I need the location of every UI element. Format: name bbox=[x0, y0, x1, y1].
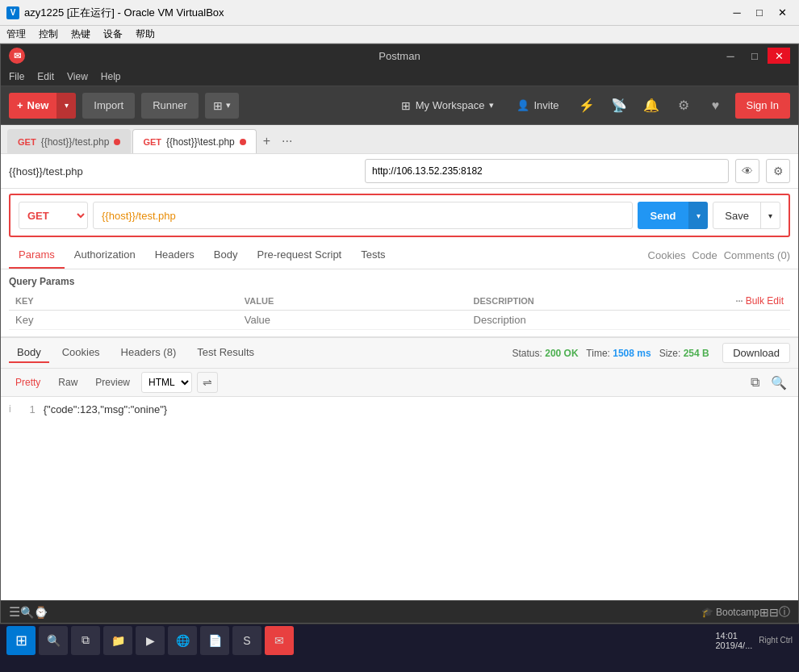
req-tab-tests[interactable]: Tests bbox=[351, 242, 395, 269]
pretty-view-button[interactable]: Pretty bbox=[9, 374, 47, 390]
workspace-grid-icon: ⊞ bbox=[401, 99, 411, 112]
url-input[interactable] bbox=[93, 202, 633, 229]
workspace-arrow-icon: ▾ bbox=[489, 100, 494, 111]
vm-minimize-button[interactable]: ─ bbox=[726, 5, 747, 21]
tab-1-method: GET bbox=[143, 137, 161, 147]
req-tab-params[interactable]: Params bbox=[9, 242, 65, 269]
sign-in-button[interactable]: Sign In bbox=[735, 93, 790, 119]
send-button[interactable]: Send ▾ bbox=[638, 202, 709, 229]
add-tab-button[interactable]: + bbox=[258, 129, 275, 153]
info-button[interactable]: ⓘ bbox=[779, 605, 790, 620]
workspace-button[interactable]: ⊞ My Workspace ▾ bbox=[393, 93, 503, 119]
sidebar-toggle-button[interactable]: ☰ bbox=[9, 604, 20, 620]
vm-menu-manage[interactable]: 管理 bbox=[6, 27, 26, 41]
request-tabs: Params Authorization Headers Body Pre-re… bbox=[1, 242, 798, 269]
notification-icon-button[interactable]: 🔔 bbox=[638, 93, 664, 119]
status-label: Status: bbox=[512, 348, 542, 359]
save-button[interactable]: Save ▾ bbox=[713, 202, 780, 229]
search-status-button[interactable]: 🔍 bbox=[20, 606, 34, 619]
runner-button[interactable]: Runner bbox=[141, 93, 199, 119]
menu-edit[interactable]: Edit bbox=[37, 71, 54, 82]
satellite-icon-button[interactable]: 📡 bbox=[606, 93, 632, 119]
more-tabs-button[interactable]: ··· bbox=[277, 129, 297, 153]
tab-1-dirty-indicator bbox=[240, 139, 246, 145]
resp-tab-test-results[interactable]: Test Results bbox=[189, 343, 262, 363]
menu-help[interactable]: Help bbox=[101, 71, 121, 82]
key-input[interactable] bbox=[15, 314, 232, 326]
vm-maximize-button[interactable]: □ bbox=[749, 5, 770, 21]
postman-minimize-button[interactable]: ─ bbox=[719, 48, 742, 64]
wrap-button[interactable]: ⇌ bbox=[197, 372, 218, 393]
resp-tab-headers[interactable]: Headers (8) bbox=[113, 343, 185, 363]
req-tab-pre-request[interactable]: Pre-request Script bbox=[247, 242, 351, 269]
format-select[interactable]: HTML JSON XML Text bbox=[141, 372, 192, 393]
preview-view-button[interactable]: Preview bbox=[89, 374, 136, 390]
taskbar-docs-button[interactable]: 📄 bbox=[200, 626, 229, 655]
vm-menu-help[interactable]: 帮助 bbox=[136, 27, 155, 41]
taskbar-postman-button[interactable]: ✉ bbox=[265, 626, 294, 655]
code-area: i 1 {"code":123,"msg":"onine"} bbox=[1, 397, 798, 600]
taskbar-search-button[interactable]: 🔍 bbox=[39, 626, 68, 655]
import-button[interactable]: Import bbox=[82, 93, 135, 119]
raw-view-button[interactable]: Raw bbox=[52, 374, 84, 390]
collection-button[interactable]: ⊞ ▾ bbox=[205, 93, 239, 119]
send-button-arrow[interactable]: ▾ bbox=[688, 202, 708, 229]
request-right-links: Cookies Code Comments (0) bbox=[648, 249, 790, 261]
new-button-label: + New bbox=[9, 99, 56, 111]
lightning-icon-button[interactable]: ⚡ bbox=[574, 93, 600, 119]
req-tab-body[interactable]: Body bbox=[204, 242, 248, 269]
time-value: 1508 ms bbox=[613, 348, 650, 359]
search-button[interactable]: 🔍 bbox=[768, 374, 790, 392]
req-tab-authorization[interactable]: Authorization bbox=[65, 242, 145, 269]
postman-content: GET {{host}}/test.php GET {{host}}\test.… bbox=[1, 125, 798, 600]
resp-tab-body[interactable]: Body bbox=[9, 343, 49, 363]
download-button[interactable]: Download bbox=[722, 343, 790, 363]
postman-maximize-button[interactable]: □ bbox=[743, 48, 766, 64]
vm-close-button[interactable]: ✕ bbox=[772, 5, 793, 21]
value-input[interactable] bbox=[245, 314, 461, 326]
bulk-edit-button[interactable]: Bulk Edit bbox=[746, 295, 784, 307]
start-button[interactable]: ⊞ bbox=[6, 626, 36, 655]
address-url-input[interactable] bbox=[365, 159, 729, 183]
new-button[interactable]: + New ▾ bbox=[9, 93, 76, 119]
history-button[interactable]: ⌚ bbox=[34, 606, 48, 619]
menu-view[interactable]: View bbox=[67, 71, 88, 82]
workspace-label: My Workspace bbox=[416, 99, 485, 111]
postman-close-button[interactable]: ✕ bbox=[768, 48, 790, 64]
resp-tab-cookies[interactable]: Cookies bbox=[54, 343, 108, 363]
req-tab-headers[interactable]: Headers bbox=[145, 242, 204, 269]
grid-view-button[interactable]: ⊞ bbox=[759, 606, 769, 619]
taskbar-task-view-button[interactable]: ⧉ bbox=[71, 626, 100, 655]
description-input[interactable] bbox=[474, 314, 690, 326]
gear-button[interactable]: ⚙ bbox=[766, 159, 790, 183]
copy-button[interactable]: ⧉ bbox=[747, 374, 763, 391]
method-select[interactable]: GET POST PUT DELETE PATCH bbox=[19, 202, 88, 229]
taskbar-explorer-button[interactable]: 📁 bbox=[103, 626, 132, 655]
vm-menu-control[interactable]: 控制 bbox=[39, 27, 58, 41]
taskbar-browser-button[interactable]: 🌐 bbox=[168, 626, 197, 655]
tab-0[interactable]: GET {{host}}/test.php bbox=[7, 129, 131, 153]
taskbar-clock: 14:01 2019/4/... bbox=[715, 631, 752, 650]
new-button-arrow[interactable]: ▾ bbox=[56, 93, 76, 119]
code-link[interactable]: Code bbox=[692, 249, 717, 261]
taskbar-app-button[interactable]: S bbox=[232, 626, 261, 655]
cookies-link[interactable]: Cookies bbox=[648, 249, 686, 261]
actions-column-header: ··· Bulk Edit bbox=[696, 292, 790, 311]
tab-1[interactable]: GET {{host}}\test.php bbox=[132, 129, 256, 153]
vm-title: azy1225 [正在运行] - Oracle VM VirtualBox bbox=[24, 6, 726, 20]
taskbar-terminal-button[interactable]: ▶ bbox=[136, 626, 165, 655]
menu-file[interactable]: File bbox=[9, 71, 24, 82]
invite-icon: 👤 bbox=[517, 99, 529, 111]
vm-menu-hotkey[interactable]: 热键 bbox=[71, 27, 90, 41]
vm-menubar: 管理 控制 热键 设备 帮助 bbox=[0, 26, 799, 44]
heart-icon-button[interactable]: ♥ bbox=[703, 93, 729, 119]
vm-menu-device[interactable]: 设备 bbox=[103, 27, 123, 41]
eye-button[interactable]: 👁 bbox=[735, 159, 759, 183]
send-button-label: Send bbox=[638, 210, 689, 222]
save-button-arrow[interactable]: ▾ bbox=[760, 202, 780, 229]
invite-button[interactable]: 👤 Invite bbox=[508, 93, 567, 119]
layout-button[interactable]: ⊟ bbox=[769, 606, 779, 619]
comments-link[interactable]: Comments (0) bbox=[724, 249, 790, 261]
value-column-header: VALUE bbox=[238, 292, 467, 311]
settings-icon-button[interactable]: ⚙ bbox=[671, 93, 697, 119]
